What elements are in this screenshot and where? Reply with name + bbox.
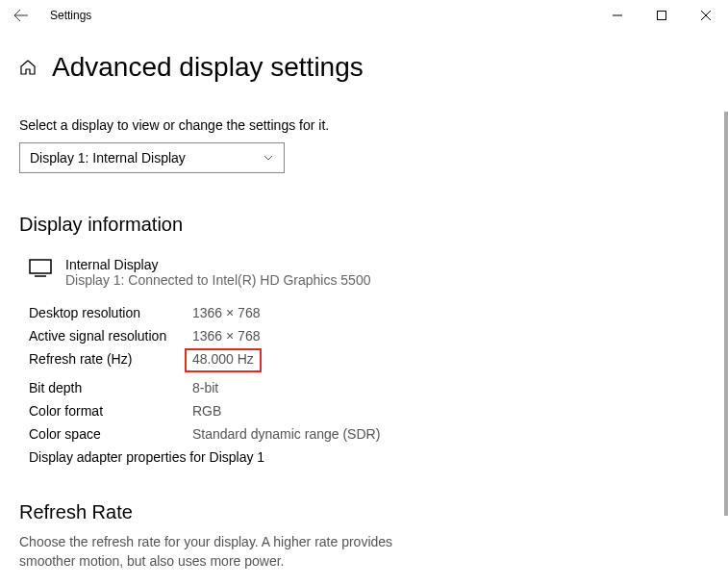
home-button[interactable]	[19, 59, 37, 76]
display-info-heading: Display information	[19, 214, 709, 236]
info-value: 1366 × 768	[192, 328, 260, 344]
page-title: Advanced display settings	[52, 52, 364, 83]
table-row: Refresh rate (Hz) 48.000 Hz	[29, 351, 709, 372]
titlebar-left: Settings	[0, 0, 91, 31]
info-label: Color format	[29, 403, 192, 419]
info-value: 8-bit	[192, 380, 218, 395]
page-header: Advanced display settings	[19, 52, 709, 83]
back-button[interactable]	[0, 0, 42, 31]
adapter-properties-link[interactable]: Display adapter properties for Display 1	[29, 449, 709, 465]
info-label: Color space	[29, 426, 192, 442]
minimize-button[interactable]	[595, 0, 640, 31]
info-value: 1366 × 768	[192, 305, 260, 320]
info-value: Standard dynamic range (SDR)	[192, 426, 380, 442]
display-name: Internal Display	[65, 257, 370, 272]
refresh-rate-heading: Refresh Rate	[19, 501, 709, 523]
display-connection: Display 1: Connected to Intel(R) HD Grap…	[65, 272, 370, 288]
table-row: Color space Standard dynamic range (SDR)	[29, 426, 709, 442]
titlebar: Settings	[0, 0, 728, 31]
chevron-down-icon	[263, 152, 274, 164]
display-info-table: Desktop resolution 1366 × 768 Active sig…	[29, 305, 709, 442]
svg-rect-4	[30, 260, 51, 273]
table-row: Desktop resolution 1366 × 768	[29, 305, 709, 320]
display-select-label: Select a display to view or change the s…	[19, 117, 709, 133]
maximize-icon	[657, 11, 666, 20]
refresh-rate-description: Choose the refresh rate for your display…	[19, 533, 404, 571]
display-selector[interactable]: Display 1: Internal Display	[19, 142, 285, 173]
back-arrow-icon	[13, 8, 29, 23]
info-label: Bit depth	[29, 380, 192, 395]
minimize-icon	[613, 11, 622, 20]
info-label: Desktop resolution	[29, 305, 192, 320]
monitor-icon	[29, 259, 52, 282]
table-row: Bit depth 8-bit	[29, 380, 709, 395]
maximize-button[interactable]	[640, 0, 684, 31]
table-row: Active signal resolution 1366 × 768	[29, 328, 709, 344]
info-label: Refresh rate (Hz)	[29, 351, 192, 372]
display-selector-value: Display 1: Internal Display	[30, 150, 186, 166]
refresh-rate-value-highlighted: 48.000 Hz	[185, 348, 262, 372]
scrollbar[interactable]	[724, 112, 728, 516]
window-controls	[595, 0, 728, 31]
svg-rect-1	[658, 12, 666, 20]
home-icon	[19, 59, 37, 76]
close-button[interactable]	[684, 0, 728, 31]
info-label: Active signal resolution	[29, 328, 192, 344]
display-info-header: Internal Display Display 1: Connected to…	[29, 257, 709, 288]
info-value: RGB	[192, 403, 221, 419]
content-area: Advanced display settings Select a displ…	[0, 52, 728, 586]
close-icon	[701, 11, 711, 20]
window-title: Settings	[50, 9, 91, 22]
table-row: Color format RGB	[29, 403, 709, 419]
